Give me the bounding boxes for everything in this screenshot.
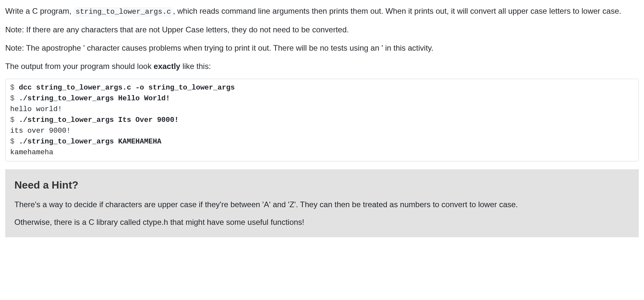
terminal-output: $ dcc string_to_lower_args.c -o string_t…: [5, 79, 639, 161]
terminal-prompt: $: [10, 116, 19, 124]
terminal-prompt: $: [10, 138, 19, 146]
hint-paragraph-1: There's a way to decide if characters ar…: [14, 199, 630, 210]
terminal-out: kamehameha: [10, 148, 53, 157]
intro-paragraph-1: Write a C program, string_to_lower_args.…: [5, 5, 639, 17]
terminal-out: its over 9000!: [10, 127, 71, 135]
hint-title: Need a Hint?: [14, 177, 630, 193]
intro-paragraph-3: Note: The apostrophe ' character causes …: [5, 42, 639, 54]
terminal-command: ./string_to_lower_args Its Over 9000!: [19, 116, 178, 124]
hint-box: Need a Hint? There's a way to decide if …: [5, 169, 639, 237]
intro-paragraph-4: The output from your program should look…: [5, 60, 639, 72]
intro-bold: exactly: [154, 62, 180, 71]
hint-paragraph-2: Otherwise, there is a C library called c…: [14, 216, 630, 228]
inline-code-filename: string_to_lower_args.c: [74, 7, 173, 17]
intro-text: , which reads command line arguments the…: [173, 7, 621, 15]
terminal-command: ./string_to_lower_args Hello World!: [19, 94, 170, 103]
terminal-prompt: $: [10, 94, 19, 103]
terminal-prompt: $: [10, 84, 19, 92]
intro-text: like this:: [180, 62, 211, 71]
terminal-command: dcc string_to_lower_args.c -o string_to_…: [19, 84, 235, 92]
terminal-command: ./string_to_lower_args KAMEHAMEHA: [19, 138, 161, 146]
intro-paragraph-2: Note: If there are any characters that a…: [5, 24, 639, 36]
intro-text: Write a C program,: [5, 7, 74, 15]
terminal-out: hello world!: [10, 105, 62, 113]
intro-text: The output from your program should look: [5, 62, 154, 71]
